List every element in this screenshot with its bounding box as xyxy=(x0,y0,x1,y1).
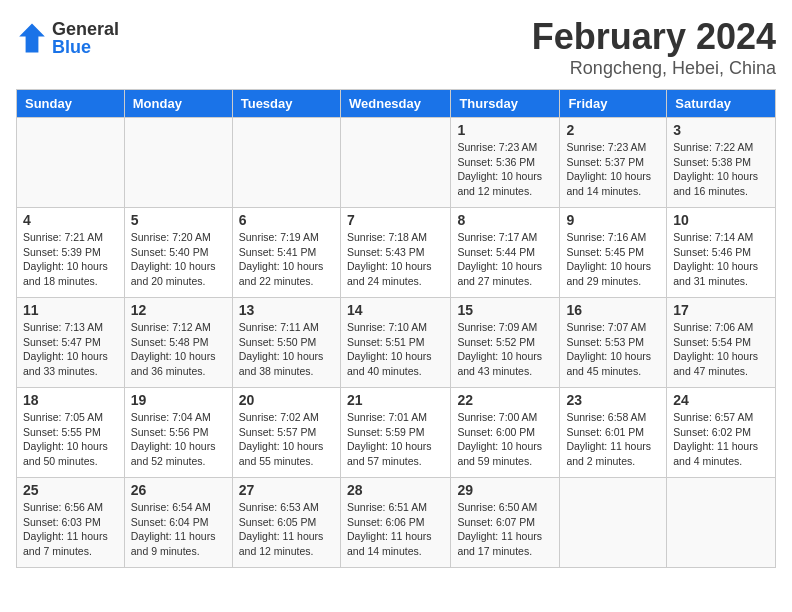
header-cell-wednesday: Wednesday xyxy=(340,90,450,118)
calendar-body: 1Sunrise: 7:23 AMSunset: 5:36 PMDaylight… xyxy=(17,118,776,568)
day-info: Sunrise: 7:02 AMSunset: 5:57 PMDaylight:… xyxy=(239,410,334,469)
day-number: 11 xyxy=(23,302,118,318)
calendar-cell: 9Sunrise: 7:16 AMSunset: 5:45 PMDaylight… xyxy=(560,208,667,298)
day-number: 18 xyxy=(23,392,118,408)
day-info: Sunrise: 6:53 AMSunset: 6:05 PMDaylight:… xyxy=(239,500,334,559)
calendar-cell: 18Sunrise: 7:05 AMSunset: 5:55 PMDayligh… xyxy=(17,388,125,478)
day-info: Sunrise: 7:09 AMSunset: 5:52 PMDaylight:… xyxy=(457,320,553,379)
day-info: Sunrise: 6:58 AMSunset: 6:01 PMDaylight:… xyxy=(566,410,660,469)
logo-icon xyxy=(16,22,48,54)
day-number: 23 xyxy=(566,392,660,408)
day-number: 27 xyxy=(239,482,334,498)
logo-blue-text: Blue xyxy=(52,38,119,56)
day-info: Sunrise: 7:19 AMSunset: 5:41 PMDaylight:… xyxy=(239,230,334,289)
calendar-cell: 12Sunrise: 7:12 AMSunset: 5:48 PMDayligh… xyxy=(124,298,232,388)
page-header: General Blue February 2024 Rongcheng, He… xyxy=(16,16,776,79)
day-number: 5 xyxy=(131,212,226,228)
day-info: Sunrise: 6:57 AMSunset: 6:02 PMDaylight:… xyxy=(673,410,769,469)
day-number: 16 xyxy=(566,302,660,318)
calendar-cell: 25Sunrise: 6:56 AMSunset: 6:03 PMDayligh… xyxy=(17,478,125,568)
day-number: 1 xyxy=(457,122,553,138)
logo-general-text: General xyxy=(52,20,119,38)
day-number: 26 xyxy=(131,482,226,498)
calendar-cell: 3Sunrise: 7:22 AMSunset: 5:38 PMDaylight… xyxy=(667,118,776,208)
calendar-cell: 20Sunrise: 7:02 AMSunset: 5:57 PMDayligh… xyxy=(232,388,340,478)
calendar-cell xyxy=(340,118,450,208)
header-cell-friday: Friday xyxy=(560,90,667,118)
calendar-cell: 17Sunrise: 7:06 AMSunset: 5:54 PMDayligh… xyxy=(667,298,776,388)
day-info: Sunrise: 7:17 AMSunset: 5:44 PMDaylight:… xyxy=(457,230,553,289)
day-number: 20 xyxy=(239,392,334,408)
day-info: Sunrise: 7:18 AMSunset: 5:43 PMDaylight:… xyxy=(347,230,444,289)
calendar-cell: 11Sunrise: 7:13 AMSunset: 5:47 PMDayligh… xyxy=(17,298,125,388)
calendar-cell: 13Sunrise: 7:11 AMSunset: 5:50 PMDayligh… xyxy=(232,298,340,388)
calendar-week-4: 18Sunrise: 7:05 AMSunset: 5:55 PMDayligh… xyxy=(17,388,776,478)
calendar-cell: 22Sunrise: 7:00 AMSunset: 6:00 PMDayligh… xyxy=(451,388,560,478)
day-number: 10 xyxy=(673,212,769,228)
calendar-cell: 16Sunrise: 7:07 AMSunset: 5:53 PMDayligh… xyxy=(560,298,667,388)
calendar-cell: 14Sunrise: 7:10 AMSunset: 5:51 PMDayligh… xyxy=(340,298,450,388)
day-number: 15 xyxy=(457,302,553,318)
day-info: Sunrise: 7:13 AMSunset: 5:47 PMDaylight:… xyxy=(23,320,118,379)
header-cell-thursday: Thursday xyxy=(451,90,560,118)
calendar-cell: 5Sunrise: 7:20 AMSunset: 5:40 PMDaylight… xyxy=(124,208,232,298)
header-cell-tuesday: Tuesday xyxy=(232,90,340,118)
day-info: Sunrise: 7:00 AMSunset: 6:00 PMDaylight:… xyxy=(457,410,553,469)
day-info: Sunrise: 7:23 AMSunset: 5:36 PMDaylight:… xyxy=(457,140,553,199)
logo-text: General Blue xyxy=(52,20,119,56)
calendar-header: SundayMondayTuesdayWednesdayThursdayFrid… xyxy=(17,90,776,118)
calendar-cell xyxy=(232,118,340,208)
calendar-cell: 1Sunrise: 7:23 AMSunset: 5:36 PMDaylight… xyxy=(451,118,560,208)
day-info: Sunrise: 7:01 AMSunset: 5:59 PMDaylight:… xyxy=(347,410,444,469)
day-number: 24 xyxy=(673,392,769,408)
day-info: Sunrise: 7:16 AMSunset: 5:45 PMDaylight:… xyxy=(566,230,660,289)
day-info: Sunrise: 7:14 AMSunset: 5:46 PMDaylight:… xyxy=(673,230,769,289)
calendar-cell: 4Sunrise: 7:21 AMSunset: 5:39 PMDaylight… xyxy=(17,208,125,298)
day-number: 25 xyxy=(23,482,118,498)
calendar-cell: 28Sunrise: 6:51 AMSunset: 6:06 PMDayligh… xyxy=(340,478,450,568)
day-number: 28 xyxy=(347,482,444,498)
calendar-cell xyxy=(667,478,776,568)
day-number: 14 xyxy=(347,302,444,318)
month-title: February 2024 xyxy=(532,16,776,58)
day-info: Sunrise: 7:21 AMSunset: 5:39 PMDaylight:… xyxy=(23,230,118,289)
day-number: 8 xyxy=(457,212,553,228)
header-cell-saturday: Saturday xyxy=(667,90,776,118)
calendar-cell: 29Sunrise: 6:50 AMSunset: 6:07 PMDayligh… xyxy=(451,478,560,568)
day-info: Sunrise: 7:10 AMSunset: 5:51 PMDaylight:… xyxy=(347,320,444,379)
calendar-cell: 10Sunrise: 7:14 AMSunset: 5:46 PMDayligh… xyxy=(667,208,776,298)
calendar-week-1: 1Sunrise: 7:23 AMSunset: 5:36 PMDaylight… xyxy=(17,118,776,208)
calendar-week-5: 25Sunrise: 6:56 AMSunset: 6:03 PMDayligh… xyxy=(17,478,776,568)
calendar-cell: 23Sunrise: 6:58 AMSunset: 6:01 PMDayligh… xyxy=(560,388,667,478)
calendar-cell: 7Sunrise: 7:18 AMSunset: 5:43 PMDaylight… xyxy=(340,208,450,298)
calendar-cell: 24Sunrise: 6:57 AMSunset: 6:02 PMDayligh… xyxy=(667,388,776,478)
calendar-cell xyxy=(124,118,232,208)
title-section: February 2024 Rongcheng, Hebei, China xyxy=(532,16,776,79)
day-info: Sunrise: 7:12 AMSunset: 5:48 PMDaylight:… xyxy=(131,320,226,379)
day-info: Sunrise: 7:20 AMSunset: 5:40 PMDaylight:… xyxy=(131,230,226,289)
header-cell-sunday: Sunday xyxy=(17,90,125,118)
day-number: 22 xyxy=(457,392,553,408)
header-cell-monday: Monday xyxy=(124,90,232,118)
location-title: Rongcheng, Hebei, China xyxy=(532,58,776,79)
day-number: 12 xyxy=(131,302,226,318)
calendar-week-2: 4Sunrise: 7:21 AMSunset: 5:39 PMDaylight… xyxy=(17,208,776,298)
day-info: Sunrise: 7:11 AMSunset: 5:50 PMDaylight:… xyxy=(239,320,334,379)
day-info: Sunrise: 7:22 AMSunset: 5:38 PMDaylight:… xyxy=(673,140,769,199)
day-info: Sunrise: 6:56 AMSunset: 6:03 PMDaylight:… xyxy=(23,500,118,559)
day-info: Sunrise: 6:50 AMSunset: 6:07 PMDaylight:… xyxy=(457,500,553,559)
day-number: 13 xyxy=(239,302,334,318)
day-number: 3 xyxy=(673,122,769,138)
calendar-cell xyxy=(560,478,667,568)
day-info: Sunrise: 7:23 AMSunset: 5:37 PMDaylight:… xyxy=(566,140,660,199)
day-number: 6 xyxy=(239,212,334,228)
day-number: 9 xyxy=(566,212,660,228)
day-number: 17 xyxy=(673,302,769,318)
logo: General Blue xyxy=(16,20,119,56)
day-number: 29 xyxy=(457,482,553,498)
day-number: 21 xyxy=(347,392,444,408)
day-info: Sunrise: 6:51 AMSunset: 6:06 PMDaylight:… xyxy=(347,500,444,559)
calendar-cell xyxy=(17,118,125,208)
calendar-cell: 8Sunrise: 7:17 AMSunset: 5:44 PMDaylight… xyxy=(451,208,560,298)
day-info: Sunrise: 6:54 AMSunset: 6:04 PMDaylight:… xyxy=(131,500,226,559)
